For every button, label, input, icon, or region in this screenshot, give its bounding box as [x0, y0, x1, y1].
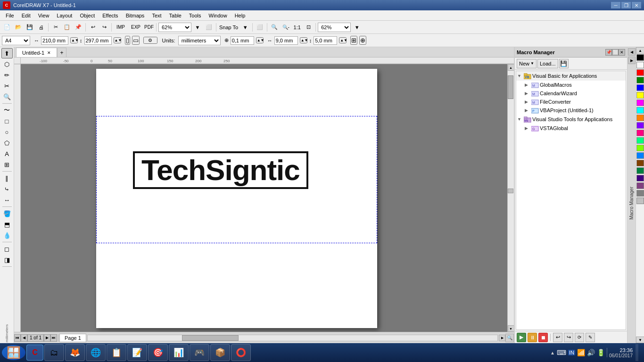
nudge-field[interactable] [231, 36, 254, 45]
new-btn[interactable]: 📄 [2, 22, 12, 33]
tree-item-vba[interactable]: ▼ VB Visual Basic for Applications [516, 71, 626, 81]
macro-edit-btn[interactable]: ✎ [586, 333, 595, 342]
palette-up-btn[interactable]: ▲ [636, 47, 644, 54]
taskbar-powerpoint[interactable]: 🎯 [148, 344, 168, 361]
menu-file[interactable]: File [2, 12, 18, 19]
zoom-combo-arrow[interactable]: ▼ [192, 22, 203, 33]
tree-item-fileconv[interactable]: ▶ M FileConverter [516, 98, 626, 106]
color-cyan[interactable] [636, 107, 644, 114]
tool-freehand[interactable]: ✏ [1, 70, 13, 80]
menu-object[interactable]: Object [76, 12, 99, 19]
tool-smart-fill[interactable]: ⬒ [1, 219, 13, 230]
tray-lang[interactable]: IN [568, 350, 575, 355]
color-blue[interactable] [636, 84, 644, 91]
color-darkgreen[interactable] [636, 167, 644, 174]
color-silver[interactable] [636, 197, 644, 204]
color-yellowgreen[interactable] [636, 145, 644, 151]
print-btn[interactable]: 🖨 [36, 22, 46, 33]
vscroll-bar[interactable]: ▲ ▼ [507, 64, 514, 332]
tray-battery[interactable]: 🔋 [597, 349, 605, 356]
tree-item-vsta[interactable]: ▼ VS Visual Studio Tools for Application… [516, 115, 626, 124]
zoom-fit-btn[interactable]: ⊡ [303, 22, 314, 33]
tool-parallel[interactable]: ∥ [1, 173, 13, 183]
color-magenta[interactable] [636, 99, 644, 106]
close-button[interactable]: ✕ [632, 2, 641, 8]
color-white[interactable] [636, 62, 644, 68]
tab-close-icon[interactable]: ✕ [47, 50, 51, 55]
width-spin[interactable]: ▲▼ [70, 37, 78, 43]
zoom2-arrow[interactable]: ▼ [352, 22, 362, 33]
macro-panel-float-btn[interactable]: ⬜ [612, 49, 619, 56]
macro-pause-btn[interactable]: ⏸ [528, 333, 537, 342]
taskbar-chrome[interactable]: 🌐 [86, 344, 106, 361]
macro-reset-btn[interactable]: ⟳ [575, 333, 584, 342]
paste-btn[interactable]: 📌 [73, 22, 83, 33]
portrait-btn[interactable]: ▯ [125, 36, 130, 45]
vscroll-down-btn[interactable]: ▼ [508, 325, 514, 332]
macro-new-btn[interactable]: New ▼ [517, 59, 537, 68]
color-purple[interactable] [636, 122, 644, 129]
tool-ellipse[interactable]: ○ [1, 127, 13, 137]
hscroll-track[interactable] [87, 335, 498, 341]
color-yellow[interactable] [636, 92, 644, 99]
units-combo[interactable]: millimeters [178, 36, 221, 45]
snap-dropdown[interactable]: ▼ [240, 22, 250, 33]
zoom-out-btn[interactable]: 🔍- [281, 22, 291, 33]
tool-curve[interactable]: 〜 [1, 105, 13, 115]
landscape-btn[interactable]: ▭ [132, 36, 140, 45]
undo-btn[interactable]: ↩ [88, 22, 98, 33]
page-first-btn[interactable]: ⏮ [14, 334, 21, 342]
clock-area[interactable]: 23:36 06/01/2017 [609, 347, 633, 358]
taskbar-excel[interactable]: 📊 [169, 344, 189, 361]
macro-save-btn[interactable]: 💾 [559, 59, 569, 68]
color-red[interactable] [636, 69, 644, 76]
taskbar-explorer[interactable]: 🗂 [44, 344, 64, 361]
tree-item-calendar[interactable]: ▶ M CalendarWizard [516, 89, 626, 98]
save-btn[interactable]: 💾 [25, 22, 35, 33]
y-dim-field[interactable] [314, 36, 337, 45]
hscroll-thumb[interactable] [182, 335, 239, 341]
restore-button[interactable]: ❐ [621, 2, 631, 8]
macro-load-btn[interactable]: Load... [537, 59, 558, 68]
taskbar-winrar[interactable]: 📦 [210, 344, 230, 361]
menu-effects[interactable]: Effects [99, 12, 122, 19]
ydim-spin[interactable]: ▲▼ [339, 37, 347, 43]
color-skyblue[interactable] [636, 152, 644, 159]
tray-volume[interactable]: 🔊 [587, 349, 595, 356]
add-tab-btn[interactable]: + [57, 48, 66, 57]
document-tab[interactable]: Untitled-1 ✕ [16, 48, 57, 57]
menu-text[interactable]: Text [148, 12, 165, 19]
open-btn[interactable]: 📂 [13, 22, 24, 33]
x-dim-field[interactable] [274, 36, 298, 45]
tool-zoom[interactable]: 🔍 [1, 91, 13, 102]
tool-crop[interactable]: ✂ [1, 81, 13, 91]
taskbar-firefox[interactable]: 🦊 [65, 344, 85, 361]
taskbar-green[interactable]: 📋 [107, 344, 126, 361]
page-tab-1[interactable]: Page 1 [59, 334, 86, 342]
cut-btn[interactable]: ✂ [50, 22, 61, 33]
color-black[interactable] [636, 54, 644, 61]
tool-fill[interactable]: 🪣 [1, 208, 13, 219]
width-field[interactable] [41, 36, 68, 45]
menu-edit[interactable]: Edit [18, 12, 34, 19]
zoom-combo[interactable]: 62% 100% 50% [158, 23, 191, 32]
nudge-spin[interactable]: ▲▼ [256, 37, 264, 43]
taskbar-corel[interactable]: C [26, 345, 43, 361]
menu-layout[interactable]: Layout [53, 12, 76, 19]
zoom-page-btn[interactable]: 🔍 [505, 334, 514, 342]
color-darkpurple[interactable] [636, 175, 644, 181]
tree-item-vbaproject[interactable]: ▶ P VBAProject (Untitled-1) [516, 106, 626, 115]
color-graypurple[interactable] [636, 182, 644, 189]
panel-collapse-btn[interactable]: ▶ [628, 57, 636, 64]
tree-item-vstaglobal[interactable]: ▶ G VSTAGlobal [516, 124, 626, 132]
redo-btn[interactable]: ↪ [99, 22, 109, 33]
tool-shape[interactable]: ⬡ [1, 59, 13, 69]
tray-network[interactable]: 📶 [577, 349, 585, 356]
minimize-button[interactable]: ─ [611, 2, 620, 8]
menu-view[interactable]: View [34, 12, 53, 19]
tree-item-global-macros[interactable]: ▶ M GlobalMacros [516, 81, 626, 89]
color-pink[interactable] [636, 130, 644, 136]
taskbar-opera[interactable]: ⭕ [231, 344, 251, 361]
macro-stop-btn[interactable]: ⏹ [538, 333, 548, 342]
tool-polygon[interactable]: ⬠ [1, 138, 13, 148]
